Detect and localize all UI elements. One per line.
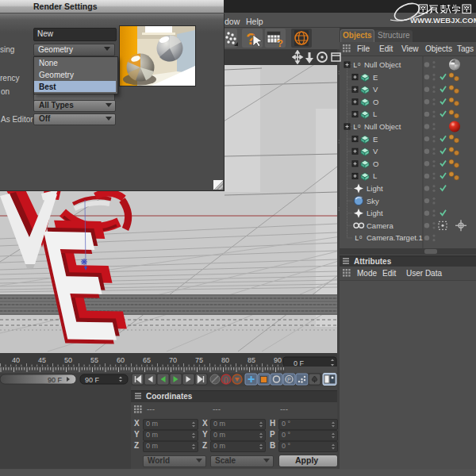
svg-text:90: 90 <box>274 356 282 364</box>
svg-text:Null Object: Null Object <box>364 122 401 131</box>
svg-text:Camera.Target.1: Camera.Target.1 <box>367 233 423 242</box>
svg-text:L: L <box>355 235 359 243</box>
svg-text:V: V <box>373 147 378 155</box>
svg-text:(): () <box>224 376 228 384</box>
svg-text:60: 60 <box>117 356 125 364</box>
svg-text:L: L <box>373 109 377 118</box>
svg-text:?: ? <box>277 37 283 49</box>
svg-text:V: V <box>373 85 378 94</box>
svg-text:O: O <box>373 159 378 168</box>
svg-text:L: L <box>353 124 357 132</box>
svg-text:Null Object: Null Object <box>364 60 401 69</box>
svg-text:0: 0 <box>358 124 361 129</box>
svg-text:E: E <box>373 135 378 144</box>
svg-text:Sky: Sky <box>367 197 379 205</box>
svg-text:P: P <box>287 377 291 382</box>
svg-text:70: 70 <box>169 356 177 364</box>
svg-text:85: 85 <box>248 356 255 364</box>
svg-text:90 F: 90 F <box>48 376 63 384</box>
svg-text:40: 40 <box>12 356 20 364</box>
svg-text:50: 50 <box>64 356 72 364</box>
svg-text:L: L <box>353 62 357 70</box>
svg-text:75: 75 <box>195 356 203 364</box>
svg-text:0: 0 <box>358 62 361 67</box>
svg-text:0: 0 <box>359 235 363 240</box>
svg-text:80: 80 <box>221 356 229 364</box>
svg-text:65: 65 <box>143 356 151 364</box>
svg-text:Light: Light <box>367 209 383 217</box>
svg-text:90 F: 90 F <box>85 376 100 384</box>
svg-text:WWW.WEBJX.COM: WWW.WEBJX.COM <box>410 16 476 25</box>
svg-text:E: E <box>373 73 378 82</box>
svg-text:45: 45 <box>38 356 46 364</box>
svg-text:Camera: Camera <box>367 221 394 230</box>
svg-text:55: 55 <box>90 356 98 364</box>
svg-text:0 F: 0 F <box>294 359 305 367</box>
svg-text:L: L <box>373 171 377 180</box>
svg-text:Light: Light <box>367 184 383 193</box>
svg-text:O: O <box>373 98 378 106</box>
